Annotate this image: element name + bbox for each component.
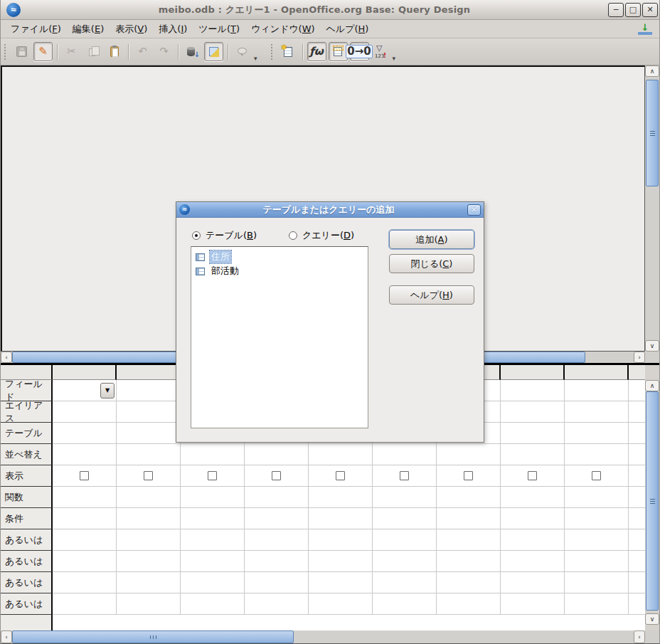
grid-column-header[interactable] — [629, 365, 645, 380]
grid-row-label[interactable]: 条件 — [1, 508, 53, 529]
grid-cell[interactable] — [117, 593, 181, 615]
show-checkbox[interactable] — [592, 471, 601, 480]
show-checkbox[interactable] — [272, 471, 281, 480]
grid-cell[interactable] — [117, 380, 181, 401]
grid-cell[interactable] — [565, 508, 629, 529]
grid-cell[interactable] — [53, 423, 117, 444]
grid-cell[interactable] — [565, 465, 629, 487]
grid-cell[interactable] — [501, 529, 565, 551]
show-checkbox[interactable] — [528, 471, 537, 480]
grid-row-label[interactable]: テーブル — [1, 423, 53, 444]
grid-row-label[interactable]: あるいは — [1, 529, 53, 551]
close-button[interactable]: ✕ — [642, 3, 658, 17]
grid-cell[interactable] — [501, 380, 565, 401]
grid-cell[interactable] — [117, 551, 181, 572]
grid-cell[interactable] — [501, 572, 565, 593]
grid-cell[interactable] — [309, 593, 373, 615]
grid-cell[interactable] — [501, 551, 565, 572]
add-button[interactable]: 追加(A) — [389, 230, 474, 249]
toolbar-drag-handle[interactable] — [271, 44, 275, 60]
grid-cell[interactable] — [373, 508, 437, 529]
dialog-close-button[interactable]: ✕ — [467, 204, 481, 216]
scroll-right-button[interactable]: › — [634, 352, 645, 363]
menu-window[interactable]: ウィンドウ(W) — [245, 21, 321, 38]
grid-cell[interactable] — [501, 423, 565, 444]
grid-cell[interactable] — [245, 465, 309, 487]
grid-cell[interactable] — [53, 529, 117, 551]
table-list-item[interactable]: 住所 — [191, 250, 368, 264]
grid-cell[interactable] — [629, 487, 645, 508]
grid-cell[interactable] — [437, 551, 501, 572]
grid-cell[interactable] — [309, 551, 373, 572]
help-button[interactable]: ヘルプ(H) — [389, 285, 474, 305]
grid-column-header[interactable] — [565, 365, 629, 380]
grid-vertical-scrollbar[interactable]: ∧ ∨ — [645, 380, 659, 625]
grid-cell[interactable] — [373, 487, 437, 508]
grid-cell[interactable] — [181, 465, 245, 487]
menu-insert[interactable]: 挿入(I) — [153, 21, 193, 38]
menu-file[interactable]: ファイル(F) — [5, 21, 67, 38]
grid-cell[interactable] — [501, 508, 565, 529]
grid-cell[interactable] — [245, 529, 309, 551]
grid-cell[interactable] — [53, 593, 117, 615]
grid-cell[interactable] — [565, 380, 629, 401]
table-list-item[interactable]: 部活動 — [191, 264, 368, 278]
grid-cell[interactable] — [629, 508, 645, 529]
grid-cell[interactable] — [181, 487, 245, 508]
maximize-button[interactable]: □ — [625, 3, 641, 17]
grid-cell[interactable] — [629, 465, 645, 487]
grid-cell[interactable] — [373, 444, 437, 465]
grid-cell[interactable] — [437, 487, 501, 508]
scroll-down-button[interactable]: ∨ — [645, 613, 659, 625]
grid-cell[interactable] — [309, 572, 373, 593]
grid-cell[interactable] — [245, 487, 309, 508]
grid-cell[interactable] — [53, 572, 117, 593]
grid-cell[interactable] — [565, 593, 629, 615]
grid-cell[interactable] — [501, 401, 565, 423]
grid-cell[interactable] — [117, 572, 181, 593]
grid-cell[interactable] — [501, 465, 565, 487]
scroll-right-button[interactable]: › — [634, 630, 645, 643]
grid-cell[interactable] — [53, 465, 117, 487]
grid-cell[interactable] — [117, 487, 181, 508]
grid-cell[interactable] — [437, 508, 501, 529]
show-checkbox[interactable] — [144, 471, 153, 480]
grid-row-label[interactable]: あるいは — [1, 572, 53, 593]
grid-cell[interactable] — [501, 593, 565, 615]
grid-cell[interactable] — [629, 529, 645, 551]
menu-edit[interactable]: 編集(E) — [67, 21, 110, 38]
grid-cell[interactable] — [117, 423, 181, 444]
dialog-titlebar[interactable]: ≈ テーブルまたはクエリーの追加 ✕ — [176, 202, 484, 218]
scroll-up-button[interactable]: ∧ — [645, 380, 659, 391]
grid-row-label[interactable]: 関数 — [1, 487, 53, 508]
load-document-icon[interactable]: ↓ — [638, 23, 652, 35]
paste-icon[interactable] — [105, 42, 124, 61]
show-checkbox[interactable] — [464, 471, 473, 480]
grid-cell[interactable] — [117, 529, 181, 551]
grid-cell[interactable] — [53, 401, 117, 423]
grid-cell[interactable] — [565, 444, 629, 465]
radio-tables[interactable]: テーブル(B) — [192, 229, 257, 242]
grid-row-label[interactable]: 並べ替え — [1, 444, 53, 465]
grid-horizontal-scrollbar[interactable]: ‹ › — [1, 630, 645, 643]
grid-cell[interactable] — [373, 551, 437, 572]
grid-cell[interactable] — [437, 444, 501, 465]
grid-cell[interactable] — [181, 529, 245, 551]
table-list[interactable]: 住所部活動 — [191, 246, 368, 428]
table-name-icon[interactable] — [329, 42, 348, 61]
grid-cell[interactable] — [373, 529, 437, 551]
scroll-up-button[interactable]: ∧ — [645, 65, 659, 77]
scrollbar-track[interactable] — [645, 391, 659, 613]
grid-cell[interactable] — [53, 487, 117, 508]
grid-cell[interactable]: ▼ — [53, 380, 117, 401]
edit-mode-icon[interactable]: ✎ — [33, 42, 53, 61]
scrollbar-track[interactable] — [645, 77, 659, 340]
grid-cell[interactable] — [629, 423, 645, 444]
grid-cell[interactable] — [309, 465, 373, 487]
menu-help[interactable]: ヘルプ(H) — [321, 21, 375, 38]
grid-row-label[interactable]: エイリアス — [1, 401, 53, 423]
menu-tools[interactable]: ツール(T) — [193, 21, 245, 38]
more-options-icon[interactable]: ▾ — [393, 55, 396, 62]
grid-cell[interactable] — [565, 487, 629, 508]
grid-column-header[interactable] — [501, 365, 565, 380]
